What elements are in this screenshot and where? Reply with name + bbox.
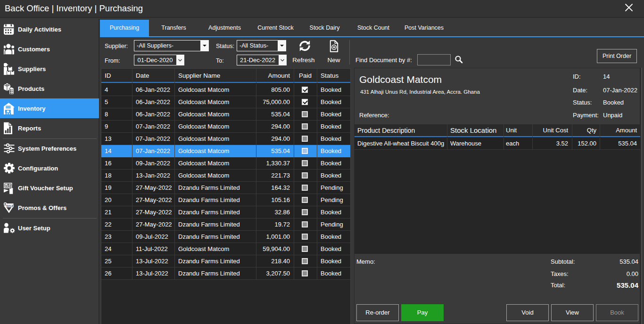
svg-text:SALE: SALE xyxy=(7,204,14,207)
